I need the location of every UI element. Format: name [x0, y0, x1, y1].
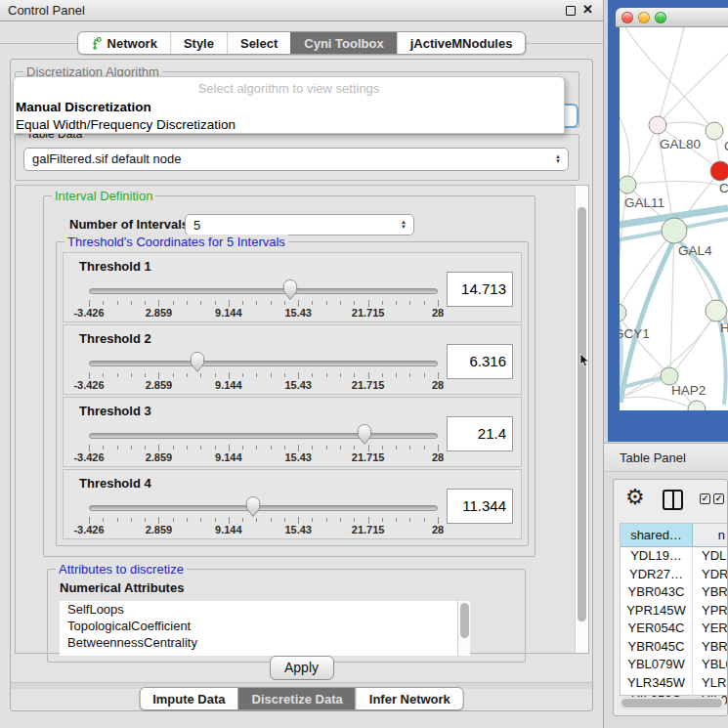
slider-track[interactable] [89, 505, 438, 511]
scale-label: 28 [432, 379, 444, 391]
network-edge [670, 231, 674, 375]
network-node[interactable] [710, 161, 728, 181]
apply-button[interactable]: Apply [270, 656, 334, 680]
tick-mark [103, 301, 104, 305]
attributes-list-scrollbar[interactable] [457, 601, 470, 656]
table-cell: YLR345W [621, 674, 693, 693]
table-row[interactable]: YBR043CYBR0 [621, 583, 727, 602]
table-data-group: Table Data galFiltered.sif default node … [15, 134, 579, 181]
mac-minimize-icon[interactable] [638, 12, 650, 23]
scale-label: -3.426 [73, 379, 104, 391]
table-cell: YLR3 [693, 674, 727, 693]
table-panel-header: Table Panel [604, 443, 728, 472]
network-node[interactable] [620, 304, 626, 321]
tab-impute-data[interactable]: Impute Data [140, 688, 237, 709]
column-header-selected[interactable]: shared… [621, 524, 693, 546]
node-attribute-table[interactable]: shared…n YDL19…YDL1YDR27…YDR2YBR043CYBR0… [620, 523, 727, 696]
numerical-attributes-label: Numerical Attributes [60, 580, 184, 595]
table-cell: YBR0 [693, 638, 727, 657]
column-header[interactable]: n [693, 524, 727, 546]
tab-network[interactable]: Network [78, 32, 170, 54]
tick-mark [396, 446, 397, 450]
thresholds-group: Threshold's Coordinates for 5 Intervals … [56, 241, 529, 546]
numerical-attributes-list[interactable]: SelfLoopsTopologicalCoefficientBetweenne… [60, 601, 470, 656]
table-row[interactable]: YPR145WYPR1 [621, 602, 727, 621]
settings-scrollbar[interactable] [575, 186, 588, 653]
table-toolbar: ⚙ ✓ ✓ [614, 480, 727, 521]
network-canvas[interactable]: GAL80GACGAL11GAL4GCY1HHAP2 [620, 27, 728, 410]
mac-zoom-icon[interactable] [655, 12, 666, 23]
slider-track[interactable] [89, 433, 438, 439]
network-node[interactable] [662, 218, 687, 243]
network-node[interactable] [620, 176, 636, 193]
network-node[interactable] [649, 116, 666, 134]
tick-mark [158, 517, 159, 524]
float-window-icon[interactable] [566, 6, 576, 16]
close-icon[interactable]: ✕ [582, 2, 593, 17]
table-row[interactable]: YBL079WYBL0 [621, 656, 727, 674]
slider-thumb[interactable] [357, 423, 372, 447]
tick-mark [215, 301, 216, 305]
attributes-scroll-thumb[interactable] [460, 603, 469, 638]
tab-cyni-toolbox[interactable]: Cyni Toolbox [290, 32, 396, 54]
threshold-value-field[interactable]: 14.713 [447, 272, 513, 307]
slider-thumb[interactable] [190, 351, 205, 374]
attribute-item[interactable]: TopologicalCoefficient [60, 618, 470, 634]
network-edge [658, 54, 728, 125]
stepper-icon: ▲▼ [555, 149, 561, 170]
tab-style[interactable]: Style [170, 32, 227, 54]
tab-jactivemnodules[interactable]: jActiveMNodules [397, 32, 526, 54]
table-row[interactable]: YDL19…YDL1 [621, 547, 727, 566]
threshold-value-field[interactable]: 11.344 [447, 489, 513, 524]
tab-select[interactable]: Select [227, 32, 290, 54]
network-graph[interactable]: GAL80GACGAL11GAL4GCY1HHAP2 [620, 27, 728, 410]
settings-scroll-thumb[interactable] [578, 207, 586, 621]
gear-icon[interactable]: ⚙ [625, 485, 645, 510]
algorithm-option[interactable]: Equal Width/Frequency Discretization [14, 116, 564, 134]
node-label: GA [724, 139, 728, 153]
threshold-value-field[interactable]: 21.4 [447, 416, 513, 451]
table-row[interactable]: YDR27…YDR2 [621, 566, 727, 584]
network-node[interactable] [706, 122, 723, 140]
network-view-window[interactable]: GAL80GACGAL11GAL4GCY1HHAP2 [608, 0, 728, 442]
tick-mark [229, 445, 230, 451]
slider-thumb[interactable] [282, 278, 298, 302]
scale-label: 9.144 [215, 451, 242, 463]
interval-definition-title: Interval Definition [52, 189, 155, 203]
table-data-combobox[interactable]: galFiltered.sif default node ▲▼ [23, 148, 569, 171]
attribute-item[interactable]: BetweennessCentrality [60, 634, 470, 651]
top-tab-bar: NetworkStyleSelectCyni ToolboxjActiveMNo… [77, 31, 527, 55]
threshold-label: Threshold 2 [79, 331, 151, 346]
network-node[interactable] [706, 300, 727, 321]
scale-label: 28 [432, 307, 444, 319]
tick-mark [438, 372, 439, 379]
tab-infer-network[interactable]: Infer Network [356, 688, 463, 709]
threshold-value-field[interactable]: 6.316 [447, 344, 513, 379]
table-row[interactable]: YBR045CYBR0 [621, 638, 727, 657]
tick-mark [131, 518, 132, 522]
split-columns-icon[interactable] [663, 490, 683, 510]
tick-mark [382, 301, 383, 305]
tick-mark [145, 373, 146, 377]
table-horizontal-scrollbar[interactable] [620, 697, 725, 709]
mac-close-icon[interactable] [621, 12, 633, 23]
checkbox-icon[interactable]: ✓ [700, 493, 710, 504]
tab-discretize-data[interactable]: Discretize Data [238, 688, 356, 709]
table-row[interactable]: YLR345WYLR3 [621, 674, 727, 693]
node-label: GAL80 [660, 137, 701, 151]
slider-thumb[interactable] [245, 495, 261, 519]
slider-ticks [89, 443, 438, 451]
network-window-titlebar[interactable] [616, 8, 728, 27]
tick-mark [284, 518, 285, 522]
scale-label: -3.426 [73, 524, 104, 535]
checkbox-icon[interactable]: ✓ [713, 493, 724, 504]
table-hscroll-thumb[interactable] [621, 699, 722, 707]
slider-track[interactable] [89, 288, 438, 294]
number-of-intervals-combobox[interactable]: 5 ▲▼ [185, 214, 414, 236]
slider-track[interactable] [89, 361, 438, 366]
attribute-item[interactable]: SelfLoops [60, 601, 470, 618]
tick-mark [117, 518, 118, 522]
algorithm-option[interactable]: Manual Discretization [14, 99, 564, 116]
table-row[interactable]: YER054CYER0 [621, 620, 727, 638]
scale-label: 15.43 [284, 451, 312, 463]
